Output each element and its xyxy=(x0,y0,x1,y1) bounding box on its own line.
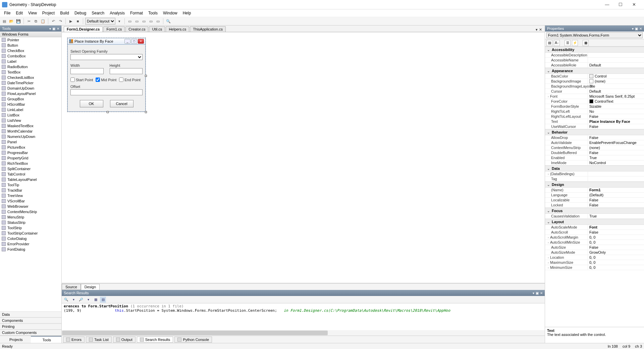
new-icon[interactable]: ▤ xyxy=(1,18,7,24)
prop-row[interactable]: CursorDefault xyxy=(545,89,644,94)
toolbox-picturebox[interactable]: PictureBox xyxy=(0,145,61,150)
prop-row[interactable]: AutoSizeFalse xyxy=(545,245,644,250)
toolbox-label[interactable]: Label xyxy=(0,59,61,64)
toolbox-menustrip[interactable]: MenuStrip xyxy=(0,214,61,220)
file-tab[interactable]: Creator.cs xyxy=(125,26,148,32)
prop-row[interactable]: FormBorderStyleSizable xyxy=(545,104,644,109)
tab-list-icon[interactable]: ▾ xyxy=(536,28,538,32)
file-tab[interactable]: Helpers.cs xyxy=(166,26,189,32)
maximize-button[interactable]: ☐ xyxy=(616,1,625,8)
property-grid[interactable]: AccessibilityAccessibleDescriptionAccess… xyxy=(545,47,644,327)
menu-window[interactable]: Window xyxy=(160,10,180,16)
dropdown-icon[interactable]: ▾ xyxy=(49,27,51,31)
tab-source[interactable]: Source xyxy=(62,284,81,290)
startpoint-checkbox[interactable]: Start Point xyxy=(70,78,93,82)
toolbox-panel[interactable]: Panel xyxy=(0,139,61,145)
tab-design[interactable]: Design xyxy=(81,284,100,290)
expand-icon[interactable]: ▦ xyxy=(93,297,99,303)
family-combobox[interactable] xyxy=(70,54,143,60)
layout-opts-icon[interactable]: ▾ xyxy=(116,18,122,24)
tab-close-icon[interactable]: ✕ xyxy=(539,28,542,32)
pin-icon[interactable]: ▣ xyxy=(536,291,539,295)
midpoint-checkbox[interactable]: Mid Point xyxy=(96,78,116,82)
bottom-tab-search-results[interactable]: Search Results xyxy=(137,337,173,343)
prop-category[interactable]: Data xyxy=(545,165,644,171)
close-button[interactable]: ✕ xyxy=(629,1,639,8)
toolbox-pointer[interactable]: Pointer xyxy=(0,37,61,43)
copy-icon[interactable]: ⧉ xyxy=(33,18,39,24)
prop-row[interactable]: EnabledTrue xyxy=(545,155,644,160)
prop-row[interactable]: (DataBindings) xyxy=(545,171,644,177)
toolbox-statusstrip[interactable]: StatusStrip xyxy=(0,220,61,225)
form-designer[interactable]: Place Instance By Face _ □ ✕ Select Open… xyxy=(67,38,146,112)
prop-row[interactable]: FontMicrosoft Sans Serif, 8.25pt xyxy=(545,94,644,99)
toolbox-linklabel[interactable]: LinkLabel xyxy=(0,107,61,112)
toolbox-errorprovider[interactable]: ErrorProvider xyxy=(0,241,61,247)
prop-row[interactable]: AutoScrollFalse xyxy=(545,230,644,235)
prop-row[interactable]: UseWaitCursorFalse xyxy=(545,124,644,129)
toolbox-checkedlistbox[interactable]: CheckedListBox xyxy=(0,75,61,80)
toolbox-flowlayoutpanel[interactable]: FlowLayoutPanel xyxy=(0,91,61,96)
toolbox-section-data[interactable]: Data xyxy=(0,311,61,317)
prop-row[interactable]: AutoValidateEnablePreventFocusChange xyxy=(545,140,644,145)
prop-row[interactable]: AllowDropFalse xyxy=(545,135,644,140)
dropdown-icon[interactable]: ▾ xyxy=(85,297,91,303)
menu-edit[interactable]: Edit xyxy=(13,10,25,16)
file-tab[interactable]: Util.cs xyxy=(149,26,165,32)
prop-row[interactable]: AutoSizeModeGrowOnly xyxy=(545,250,644,255)
prop-row[interactable]: LockedFalse xyxy=(545,203,644,208)
cut-icon[interactable]: ✂ xyxy=(26,18,32,24)
bottom-tab-output[interactable]: Output xyxy=(113,337,136,343)
menu-tools[interactable]: Tools xyxy=(146,10,160,16)
prop-row[interactable]: AccessibleName xyxy=(545,58,644,63)
properties-icon[interactable]: ☰ xyxy=(565,40,571,46)
prop-row[interactable]: ForeColorControlText xyxy=(545,99,644,104)
toolbox-combobox[interactable]: ComboBox xyxy=(0,53,61,59)
form-close-icon[interactable]: ✕ xyxy=(138,39,144,44)
toolbox-monthcalendar[interactable]: MonthCalendar xyxy=(0,129,61,134)
ok-button[interactable]: OK xyxy=(80,100,103,107)
toolbox-numericupdown[interactable]: NumericUpDown xyxy=(0,134,61,139)
toolbox-textbox[interactable]: TextBox xyxy=(0,69,61,75)
align-icon[interactable]: ▭ xyxy=(127,18,133,24)
search-results-list[interactable]: erences to Form.StartPosition (1 occurre… xyxy=(62,303,545,330)
toolbox-domainupdown[interactable]: DomainUpDown xyxy=(0,86,61,91)
prop-row[interactable]: (Name)Form1 xyxy=(545,188,644,193)
prop-category[interactable]: Behavior xyxy=(545,129,644,135)
close-icon[interactable]: ✕ xyxy=(540,291,543,295)
prop-category[interactable]: Layout xyxy=(545,219,644,225)
undo-icon[interactable]: ↶ xyxy=(50,18,56,24)
menu-search[interactable]: Search xyxy=(89,10,107,16)
bottom-tab-task-list[interactable]: Task List xyxy=(86,337,112,343)
search-icon[interactable]: 🔍 xyxy=(165,18,171,24)
toolbox-toolstripcontainer[interactable]: ToolStripContainer xyxy=(0,231,61,236)
toolbox-button[interactable]: Button xyxy=(0,43,61,48)
align-icon[interactable]: ▭ xyxy=(155,18,161,24)
prop-category[interactable]: Focus xyxy=(545,208,644,214)
dropdown-icon[interactable]: ▾ xyxy=(533,291,534,295)
prop-row[interactable]: CausesValidationTrue xyxy=(545,214,644,219)
prop-row[interactable]: AutoScrollMargin0, 0 xyxy=(545,235,644,240)
toolbox-category[interactable]: Windows Forms xyxy=(0,32,61,37)
tab-projects[interactable]: Projects xyxy=(0,336,31,343)
run-icon[interactable]: ▶ xyxy=(68,18,74,24)
menu-debug[interactable]: Debug xyxy=(72,10,89,16)
prop-row[interactable]: DoubleBufferedFalse xyxy=(545,150,644,155)
prop-row[interactable]: ContextMenuStrip(none) xyxy=(545,145,644,150)
prop-row[interactable]: AccessibleDescription xyxy=(545,53,644,58)
toolbox-colordialog[interactable]: ColorDialog xyxy=(0,236,61,241)
toolbox-radiobutton[interactable]: RadioButton xyxy=(0,64,61,69)
prop-row[interactable]: LocalizableFalse xyxy=(545,198,644,203)
prop-row[interactable]: BackgroundImageLayoutTile xyxy=(545,84,644,89)
prop-row[interactable]: BackColorControl xyxy=(545,74,644,79)
events-icon[interactable]: ⚡ xyxy=(572,40,578,46)
scrollbar-horizontal[interactable] xyxy=(62,330,545,336)
toolbox-webbrowser[interactable]: WebBrowser xyxy=(0,204,61,209)
toolbox-listbox[interactable]: ListBox xyxy=(0,112,61,118)
menu-build[interactable]: Build xyxy=(57,10,72,16)
paste-icon[interactable]: 📋 xyxy=(40,18,46,24)
toolbox-section-custom-components[interactable]: Custom Components xyxy=(0,330,61,336)
toolbox-groupbox[interactable]: GroupBox xyxy=(0,96,61,102)
toolbox-toolstrip[interactable]: ToolStrip xyxy=(0,225,61,231)
dropdown-icon[interactable]: ▾ xyxy=(632,27,634,31)
